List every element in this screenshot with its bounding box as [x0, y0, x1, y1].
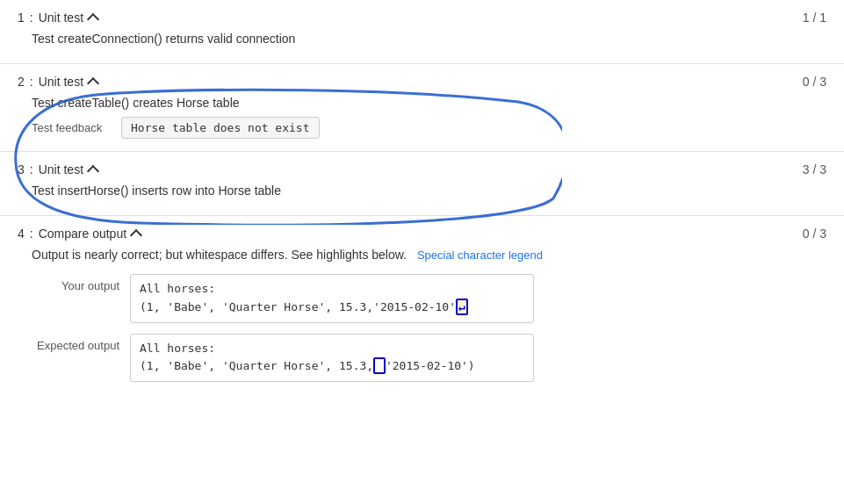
section-2-description: Test createTable() creates Horse table — [32, 96, 826, 110]
expected-output-highlight-char — [373, 357, 386, 374]
section-4-colon: : — [30, 227, 33, 241]
section-3-number-label: 3 — [18, 162, 25, 176]
section-3-collapse-icon[interactable] — [87, 164, 99, 176]
section-4-collapse-icon[interactable] — [130, 228, 142, 241]
expected-output-line3-text: '2015-02-10') — [386, 359, 475, 372]
section-4-type: Compare output — [39, 227, 126, 241]
section-2-collapse-icon[interactable] — [87, 76, 99, 89]
section-4: 4: Compare output 0 / 3 Output is nearly… — [0, 216, 844, 405]
section-3-header: 3: Unit test 3 / 3 — [18, 162, 826, 176]
section-2-header: 2: Unit test 0 / 3 — [18, 75, 826, 89]
your-output-line2-text: (1, 'Babe', 'Quarter Horse', 15.3,'2015-… — [140, 300, 456, 313]
special-char-legend-link[interactable]: Special character legend — [417, 248, 543, 262]
section-3-description: Test insertHorse() inserts row into Hors… — [32, 184, 826, 198]
section-4-number-label: 4 — [18, 227, 25, 241]
section-1-number-label: 1 — [18, 11, 25, 25]
your-output-line1: All horses: — [140, 280, 524, 299]
section-1-collapse-icon[interactable] — [87, 12, 99, 25]
section-1-score: 1 / 1 — [803, 11, 826, 25]
your-output-row: Your output All horses: (1, 'Babe', 'Qua… — [32, 274, 826, 323]
section-3: 3: Unit test 3 / 3 Test insertHorse() in… — [0, 152, 844, 216]
section-1: 1: Unit test 1 / 1 Test createConnection… — [0, 0, 844, 64]
test-feedback-label: Test feedback — [32, 121, 111, 134]
section-1-type: Unit test — [39, 11, 83, 25]
section-4-title[interactable]: 4: Compare output — [18, 227, 141, 241]
section-2: 2: Unit test 0 / 3 Test createTable() cr… — [0, 64, 844, 152]
expected-output-line1: All horses: — [140, 340, 524, 358]
section-1-colon: : — [30, 11, 33, 25]
your-output-box: All horses: (1, 'Babe', 'Quarter Horse',… — [130, 274, 534, 323]
expected-output-box: All horses: (1, 'Babe', 'Quarter Horse',… — [130, 334, 534, 383]
section-3-score: 3 / 3 — [803, 162, 826, 176]
section-1-header: 1: Unit test 1 / 1 — [18, 11, 826, 25]
section-3-colon: : — [30, 162, 33, 176]
expected-output-label: Expected output — [32, 334, 119, 352]
section-1-title[interactable]: 1: Unit test — [18, 11, 97, 25]
expected-output-line2-text: (1, 'Babe', 'Quarter Horse', 15.3, — [140, 359, 373, 372]
expected-output-line2: (1, 'Babe', 'Quarter Horse', 15.3, '2015… — [140, 357, 524, 376]
section-1-description: Test createConnection() returns valid co… — [32, 32, 826, 46]
section-2-feedback-row: Test feedback Horse table does not exist — [32, 117, 826, 139]
section-2-title[interactable]: 2: Unit test — [18, 75, 97, 89]
compare-output-text: Output is nearly correct; but whitespace… — [32, 248, 407, 262]
section-2-colon: : — [30, 75, 33, 89]
section-2-type: Unit test — [39, 75, 83, 89]
section-2-score: 0 / 3 — [803, 75, 826, 89]
section-3-title[interactable]: 3: Unit test — [18, 162, 97, 176]
section-3-type: Unit test — [39, 162, 83, 176]
section-2-number-label: 2 — [18, 75, 25, 89]
your-output-highlight-char: ↵ — [456, 299, 468, 315]
your-output-label: Your output — [32, 274, 119, 292]
your-output-line2: (1, 'Babe', 'Quarter Horse', 15.3,'2015-… — [140, 299, 524, 317]
compare-output-message: Output is nearly correct; but whitespace… — [32, 248, 826, 262]
test-feedback-value: Horse table does not exist — [121, 117, 320, 139]
expected-output-row: Expected output All horses: (1, 'Babe', … — [32, 334, 826, 383]
section-4-score: 0 / 3 — [803, 227, 826, 241]
section-4-header: 4: Compare output 0 / 3 — [18, 227, 826, 241]
